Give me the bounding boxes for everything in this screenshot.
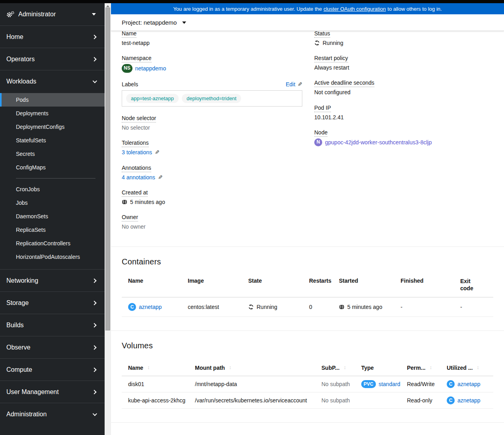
sort-icon[interactable]: ↕ (477, 365, 479, 370)
volume-mount-path-cell: /mnt/netapp-data (189, 376, 315, 392)
perspective-switcher[interactable]: Administrator (0, 3, 105, 25)
field-active-deadline: Active deadline seconds Not configured (314, 80, 493, 96)
active-deadline-label: Active deadline seconds (314, 80, 374, 87)
containers-table: Name Image State Restarts Started Finish… (122, 271, 493, 317)
chevron-down-icon (93, 78, 97, 83)
edit-labels-button[interactable]: Edit ✎ (286, 81, 302, 87)
vertical-scrollbar[interactable] (105, 3, 111, 435)
chevron-right-icon (92, 367, 96, 372)
sidebar-item-operators[interactable]: Operators (0, 48, 105, 70)
container-link[interactable]: aznetapp (139, 304, 162, 310)
sidebar-item-home[interactable]: Home (0, 25, 105, 48)
chevron-right-icon (92, 390, 96, 394)
pvc-badge: PVC (361, 380, 376, 388)
pencil-icon[interactable]: ✎ (158, 174, 163, 181)
namespace-badge: NS (122, 64, 132, 73)
sidebar-item-daemonsets[interactable]: DaemonSets (0, 210, 105, 223)
active-deadline-value: Not configured (314, 89, 493, 96)
chevron-right-icon (92, 278, 96, 283)
perspective-label: Administrator (18, 11, 56, 18)
sidebar-item-compute[interactable]: Compute (0, 358, 105, 381)
sidebar-item-observe[interactable]: Observe (0, 336, 105, 358)
field-restart-policy: Restart policy Always restart (314, 55, 493, 71)
pvc-link[interactable]: standard (379, 381, 400, 387)
container-badge: C (128, 303, 136, 311)
sidebar-item-deploymentconfigs[interactable]: DeploymentConfigs (0, 120, 105, 134)
field-annotations: Annotations 4 annotations ✎ (122, 165, 302, 181)
sort-icon[interactable]: ↕ (147, 365, 150, 370)
sidebar-item-deployments[interactable]: Deployments (0, 107, 105, 120)
sidebar-item-horizontalpodautoscalers[interactable]: HorizontalPodAutoscalers (0, 250, 105, 264)
field-name: Name test-netapp (122, 31, 302, 47)
sidebar-item-networking[interactable]: Networking (0, 269, 105, 291)
sort-icon[interactable]: ↕ (430, 365, 432, 370)
col-header-permissions[interactable]: Perm...↕ (401, 358, 440, 376)
container-started-cell: 5 minutes ago (333, 297, 394, 317)
caret-down-icon (92, 13, 96, 16)
login-notice-banner: You are logged in as a temporary adminis… (111, 3, 504, 14)
banner-text: You are logged in as a temporary adminis… (173, 6, 322, 12)
col-header-restarts: Restarts (303, 271, 333, 297)
volume-mount-path-cell: /var/run/secrets/kubernetes.io/serviceac… (189, 392, 315, 409)
pod-ip-label: Pod IP (314, 105, 331, 112)
labels-label: Labels (122, 81, 138, 87)
field-tolerations: Tolerations 3 tolerations ✎ (122, 140, 302, 156)
sidebar-item-pods[interactable]: Pods (0, 93, 105, 107)
sidebar-item-statefulsets[interactable]: StatefulSets (0, 134, 105, 147)
tolerations-link[interactable]: 3 tolerations (122, 149, 152, 156)
col-header-finished: Finished (394, 271, 454, 297)
node-link[interactable]: gpupoc-42jdd-worker-southcentralus3-8clj… (325, 139, 432, 146)
containers-section: Containers Name Image State Restarts Sta… (111, 247, 504, 330)
field-status: Status Running (314, 31, 493, 47)
container-finished-cell: - (394, 297, 454, 317)
cluster-oauth-configuration-link[interactable]: cluster OAuth configuration (323, 6, 386, 12)
pod-ip-value: 10.101.2.41 (314, 114, 493, 121)
node-selector-value: No selector (122, 124, 302, 131)
sidebar-item-user-management[interactable]: User Management (0, 381, 105, 403)
col-header-utilized[interactable]: Utilized ...↕ (440, 358, 493, 376)
sidebar-item-configmaps[interactable]: ConfigMaps (0, 161, 105, 174)
volume-utilized-cell: C aznetapp (440, 392, 493, 409)
caret-down-icon (182, 21, 186, 24)
sidebar-item-administration[interactable]: Administration (0, 403, 105, 425)
project-selector[interactable]: Project: netappdemo (122, 19, 186, 26)
sidebar-item-storage[interactable]: Storage (0, 291, 105, 314)
sidebar-item-replicasets[interactable]: ReplicaSets (0, 223, 105, 237)
pencil-icon[interactable]: ✎ (155, 149, 160, 156)
label-pill: app=test-aznetapp (126, 94, 179, 103)
scrollbar-thumb[interactable] (105, 8, 110, 330)
chevron-down-icon (93, 411, 97, 416)
field-pod-ip: Pod IP 10.101.2.41 (314, 105, 493, 121)
sidebar-item-jobs[interactable]: Jobs (0, 196, 105, 210)
sort-icon[interactable]: ↕ (344, 365, 346, 370)
volume-subpath-cell: No subpath (315, 392, 355, 409)
container-link[interactable]: aznetapp (457, 381, 481, 387)
volume-type-cell: PVC standard (355, 376, 401, 392)
col-header-volume-name[interactable]: Name↕ (122, 358, 189, 376)
sidebar-item-workloads[interactable]: Workloads (0, 70, 105, 92)
sync-icon (314, 40, 320, 46)
sort-icon[interactable]: ↕ (229, 365, 232, 370)
sidebar-item-builds[interactable]: Builds (0, 314, 105, 336)
owner-label: Owner (122, 214, 138, 221)
sidebar-item-replicationcontrollers[interactable]: ReplicationControllers (0, 237, 105, 250)
volume-name-cell: kube-api-access-2khcg (122, 392, 189, 409)
container-exit-code-cell: - (454, 297, 493, 317)
masthead-strip (0, 0, 504, 3)
subnav-divider (16, 178, 95, 179)
col-header-mount-path[interactable]: Mount path↕ (189, 358, 315, 376)
col-header-subpath[interactable]: SubP...↕ (315, 358, 355, 376)
owner-value: No owner (122, 223, 302, 230)
workloads-subnav: Pods Deployments DeploymentConfigs State… (0, 92, 105, 269)
col-header-state: State (242, 271, 303, 297)
sidebar-item-cronjobs[interactable]: CronJobs (0, 183, 105, 196)
created-at-label: Created at (122, 189, 148, 197)
restart-policy-value: Always restart (314, 64, 493, 71)
namespace-link[interactable]: netappdemo (135, 65, 166, 72)
annotations-link[interactable]: 4 annotations (122, 174, 155, 181)
container-link[interactable]: aznetapp (457, 397, 481, 404)
section-divider (111, 422, 504, 423)
scrollbar-up-icon (106, 5, 109, 7)
sidebar-item-secrets[interactable]: Secrets (0, 147, 105, 161)
col-header-exit-code: Exit code (454, 271, 493, 297)
